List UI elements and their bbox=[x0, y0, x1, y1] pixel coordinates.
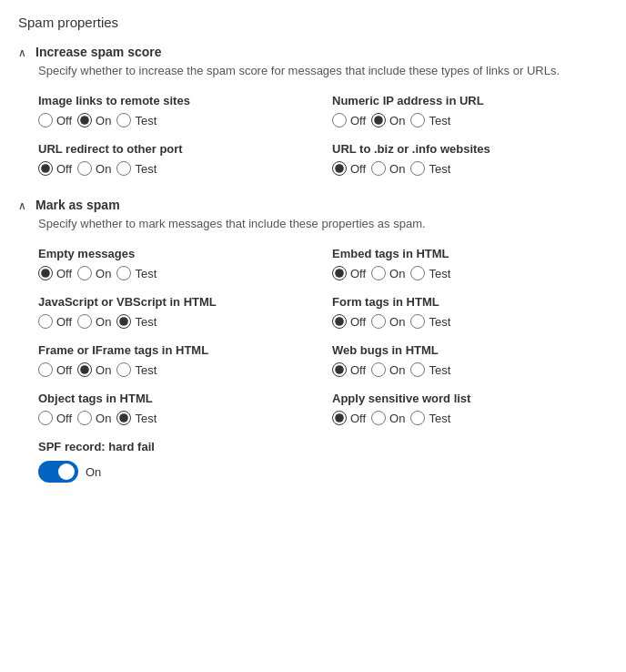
radio-input-embed-tags-html-on[interactable] bbox=[371, 266, 386, 280]
toggle-switch-spf-record-hard-fail[interactable] bbox=[38, 461, 78, 483]
radio-option-numeric-ip-url-test[interactable]: Test bbox=[410, 113, 450, 127]
radio-group-url-redirect-port: OffOnTest bbox=[38, 161, 314, 176]
radio-label-object-tags-html-on: On bbox=[96, 412, 111, 425]
radio-option-frame-iframe-html-test[interactable]: Test bbox=[116, 362, 156, 377]
radio-option-empty-messages-test[interactable]: Test bbox=[116, 266, 156, 280]
radio-input-object-tags-html-test[interactable] bbox=[116, 411, 131, 425]
radio-input-form-tags-html-on[interactable] bbox=[371, 314, 386, 329]
radio-input-empty-messages-on[interactable] bbox=[77, 266, 92, 280]
radio-option-object-tags-html-on[interactable]: On bbox=[77, 411, 111, 425]
radio-group-numeric-ip-url: OffOnTest bbox=[332, 113, 608, 127]
radio-label-url-biz-info-test: Test bbox=[429, 162, 450, 176]
toggle-row-spf-record-hard-fail: On bbox=[38, 461, 608, 483]
radio-option-url-redirect-port-off[interactable]: Off bbox=[38, 161, 72, 176]
radio-input-object-tags-html-off[interactable] bbox=[38, 411, 53, 425]
radio-option-javascript-vbscript-html-off[interactable]: Off bbox=[38, 314, 72, 329]
radio-option-url-biz-info-off[interactable]: Off bbox=[332, 161, 366, 176]
toggle-label-spf-record-hard-fail: SPF record: hard fail bbox=[38, 440, 608, 453]
radio-group-object-tags-html: OffOnTest bbox=[38, 411, 314, 425]
radio-input-javascript-vbscript-html-on[interactable] bbox=[77, 314, 92, 329]
radio-label-apply-sensitive-word-test: Test bbox=[429, 412, 450, 425]
radio-input-apply-sensitive-word-on[interactable] bbox=[371, 411, 386, 425]
radio-input-numeric-ip-url-off[interactable] bbox=[332, 113, 347, 127]
radio-label-empty-messages-off: Off bbox=[56, 267, 72, 280]
radio-label-url-biz-info-on: On bbox=[389, 162, 405, 176]
radio-input-apply-sensitive-word-off[interactable] bbox=[332, 411, 347, 425]
radio-option-object-tags-html-test[interactable]: Test bbox=[116, 411, 156, 425]
radio-input-web-bugs-html-test[interactable] bbox=[410, 362, 425, 377]
radio-label-javascript-vbscript-html-off: Off bbox=[56, 315, 72, 329]
radio-input-web-bugs-html-on[interactable] bbox=[371, 362, 386, 377]
collapse-icon-increase-spam-score[interactable]: ∧ bbox=[18, 46, 26, 59]
radio-option-form-tags-html-test[interactable]: Test bbox=[410, 314, 450, 329]
radio-input-numeric-ip-url-on[interactable] bbox=[371, 113, 386, 127]
radio-input-url-redirect-port-test[interactable] bbox=[116, 161, 131, 176]
radio-option-numeric-ip-url-off[interactable]: Off bbox=[332, 113, 366, 127]
radio-input-numeric-ip-url-test[interactable] bbox=[410, 113, 425, 127]
radio-input-url-biz-info-off[interactable] bbox=[332, 161, 347, 176]
radio-option-image-links-remote-test[interactable]: Test bbox=[116, 113, 156, 127]
radio-group-frame-iframe-html: OffOnTest bbox=[38, 362, 314, 377]
radio-option-empty-messages-on[interactable]: On bbox=[77, 266, 111, 280]
radio-input-javascript-vbscript-html-test[interactable] bbox=[116, 314, 131, 329]
radio-option-web-bugs-html-off[interactable]: Off bbox=[332, 362, 366, 377]
radio-label-web-bugs-html-off: Off bbox=[350, 363, 366, 377]
collapse-icon-mark-as-spam[interactable]: ∧ bbox=[18, 199, 26, 212]
radio-label-object-tags-html-off: Off bbox=[56, 412, 72, 425]
property-label-form-tags-html: Form tags in HTML bbox=[332, 295, 608, 309]
radio-input-image-links-remote-on[interactable] bbox=[77, 113, 92, 127]
radio-input-frame-iframe-html-on[interactable] bbox=[77, 362, 92, 377]
radio-input-apply-sensitive-word-test[interactable] bbox=[410, 411, 425, 425]
property-label-apply-sensitive-word: Apply sensitive word list bbox=[332, 392, 608, 405]
radio-input-url-redirect-port-on[interactable] bbox=[77, 161, 92, 176]
radio-input-empty-messages-off[interactable] bbox=[38, 266, 53, 280]
radio-option-url-redirect-port-test[interactable]: Test bbox=[116, 161, 156, 176]
radio-input-url-biz-info-on[interactable] bbox=[371, 161, 386, 176]
radio-input-frame-iframe-html-off[interactable] bbox=[38, 362, 53, 377]
radio-input-object-tags-html-on[interactable] bbox=[77, 411, 92, 425]
radio-input-image-links-remote-off[interactable] bbox=[38, 113, 53, 127]
property-apply-sensitive-word: Apply sensitive word listOffOnTest bbox=[332, 392, 608, 425]
radio-option-javascript-vbscript-html-on[interactable]: On bbox=[77, 314, 111, 329]
radio-input-url-biz-info-test[interactable] bbox=[410, 161, 425, 176]
property-label-frame-iframe-html: Frame or IFrame tags in HTML bbox=[38, 343, 314, 357]
radio-option-web-bugs-html-test[interactable]: Test bbox=[410, 362, 450, 377]
radio-option-frame-iframe-html-on[interactable]: On bbox=[77, 362, 111, 377]
radio-option-object-tags-html-off[interactable]: Off bbox=[38, 411, 72, 425]
radio-input-web-bugs-html-off[interactable] bbox=[332, 362, 347, 377]
property-image-links-remote: Image links to remote sitesOffOnTest bbox=[38, 94, 314, 127]
radio-input-url-redirect-port-off[interactable] bbox=[38, 161, 53, 176]
radio-option-numeric-ip-url-on[interactable]: On bbox=[371, 113, 405, 127]
radio-input-empty-messages-test[interactable] bbox=[116, 266, 131, 280]
radio-option-url-biz-info-on[interactable]: On bbox=[371, 161, 405, 176]
radio-option-form-tags-html-off[interactable]: Off bbox=[332, 314, 366, 329]
radio-option-frame-iframe-html-off[interactable]: Off bbox=[38, 362, 72, 377]
radio-option-apply-sensitive-word-test[interactable]: Test bbox=[410, 411, 450, 425]
radio-option-image-links-remote-off[interactable]: Off bbox=[38, 113, 72, 127]
radio-option-form-tags-html-on[interactable]: On bbox=[371, 314, 405, 329]
radio-option-web-bugs-html-on[interactable]: On bbox=[371, 362, 405, 377]
radio-option-apply-sensitive-word-on[interactable]: On bbox=[371, 411, 405, 425]
radio-input-image-links-remote-test[interactable] bbox=[116, 113, 131, 127]
radio-input-embed-tags-html-test[interactable] bbox=[410, 266, 425, 280]
radio-input-frame-iframe-html-test[interactable] bbox=[116, 362, 131, 377]
radio-label-url-redirect-port-off: Off bbox=[56, 162, 72, 176]
radio-option-url-biz-info-test[interactable]: Test bbox=[410, 161, 450, 176]
radio-option-javascript-vbscript-html-test[interactable]: Test bbox=[116, 314, 156, 329]
radio-option-embed-tags-html-on[interactable]: On bbox=[371, 266, 405, 280]
radio-option-image-links-remote-on[interactable]: On bbox=[77, 113, 111, 127]
radio-option-apply-sensitive-word-off[interactable]: Off bbox=[332, 411, 366, 425]
radio-option-embed-tags-html-test[interactable]: Test bbox=[410, 266, 450, 280]
radio-label-web-bugs-html-on: On bbox=[389, 363, 405, 377]
radio-group-empty-messages: OffOnTest bbox=[38, 266, 314, 280]
radio-input-form-tags-html-test[interactable] bbox=[410, 314, 425, 329]
radio-input-javascript-vbscript-html-off[interactable] bbox=[38, 314, 53, 329]
radio-input-embed-tags-html-off[interactable] bbox=[332, 266, 347, 280]
property-label-numeric-ip-url: Numeric IP address in URL bbox=[332, 94, 608, 107]
radio-option-empty-messages-off[interactable]: Off bbox=[38, 266, 72, 280]
property-label-web-bugs-html: Web bugs in HTML bbox=[332, 343, 608, 357]
radio-input-form-tags-html-off[interactable] bbox=[332, 314, 347, 329]
radio-option-embed-tags-html-off[interactable]: Off bbox=[332, 266, 366, 280]
radio-option-url-redirect-port-on[interactable]: On bbox=[77, 161, 111, 176]
property-label-object-tags-html: Object tags in HTML bbox=[38, 392, 314, 405]
